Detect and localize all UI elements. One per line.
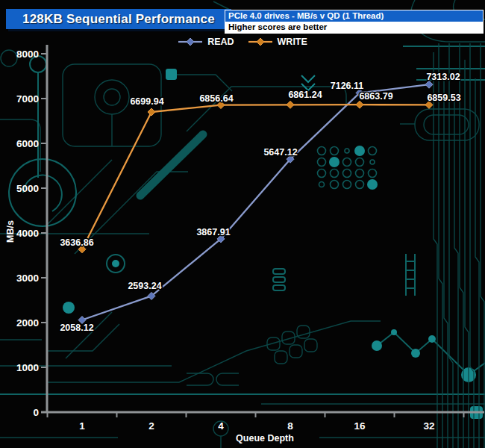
read-series: 2058.122593.243867.915647.127126.117313.…: [60, 72, 460, 332]
read-data-label: 2593.24: [128, 281, 161, 291]
chart-subtitle: PCIe 4.0 drives - MB/s v QD (1 Thread): [225, 10, 483, 22]
plot-area: 0100020003000400050006000700080001248163…: [0, 0, 485, 448]
chart-title-bar: 128KB Sequential Performance: [6, 9, 231, 29]
write-data-label: 6863.79: [359, 91, 392, 102]
legend: READ WRITE: [0, 37, 485, 47]
legend-label-read: READ: [207, 37, 234, 47]
write-marker: [356, 101, 363, 108]
write-marker: [148, 108, 155, 116]
chart-subtitle-block: PCIe 4.0 drives - MB/s v QD (1 Thread) H…: [225, 10, 484, 34]
write-data-label: 6859.53: [427, 93, 460, 103]
read-data-label: 5647.12: [263, 147, 297, 158]
y-axis-title: MB/s: [5, 209, 16, 254]
write-data-label: 3636.86: [60, 237, 93, 248]
legend-item-read[interactable]: READ: [178, 37, 234, 47]
y-tick-label: 4000: [16, 228, 39, 239]
write-series: 3636.866699.946856.646861.246863.796859.…: [60, 90, 460, 252]
x-tick-label: 1: [79, 420, 85, 432]
performance-chart-window: 0100020003000400050006000700080001248163…: [0, 0, 485, 448]
legend-item-write[interactable]: WRITE: [248, 37, 307, 47]
chart-title: 128KB Sequential Performance: [22, 12, 215, 27]
read-data-label: 2058.12: [60, 323, 93, 333]
y-tick-label: 8000: [16, 49, 39, 60]
write-data-label: 6699.94: [130, 96, 163, 107]
x-tick-label: 32: [423, 420, 434, 432]
write-line-swatch-icon: [248, 37, 273, 46]
x-tick-label: 4: [218, 420, 224, 432]
y-tick-label: 2000: [16, 317, 39, 329]
read-data-label: 7126.11: [331, 81, 364, 91]
x-tick-label: 2: [148, 420, 154, 432]
legend-label-write: WRITE: [278, 37, 307, 47]
x-tick-label: 16: [354, 420, 366, 432]
read-data-label: 7313.02: [426, 72, 460, 82]
x-axis-title: Queue Depth: [172, 433, 358, 444]
y-tick-label: 1000: [16, 362, 39, 373]
y-tick-label: 7000: [16, 93, 39, 105]
read-line-swatch-icon: [178, 37, 203, 46]
write-marker: [287, 101, 294, 108]
chart-note: Higher scores are better: [225, 22, 483, 33]
y-tick-label: 6000: [16, 138, 39, 149]
read-data-label: 3867.91: [196, 227, 230, 237]
x-tick-label: 8: [287, 420, 293, 432]
write-data-label: 6861.24: [288, 90, 322, 100]
y-tick-label: 0: [33, 407, 39, 418]
y-tick-label: 5000: [16, 183, 39, 194]
write-data-label: 6856.64: [199, 93, 233, 104]
y-tick-label: 3000: [16, 273, 39, 284]
